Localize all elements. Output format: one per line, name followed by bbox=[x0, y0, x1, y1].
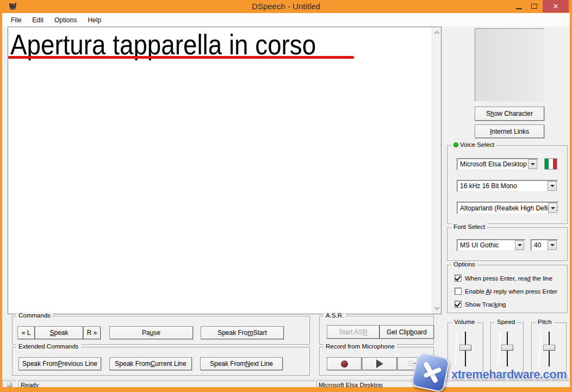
scrollbar-down-icon bbox=[434, 305, 439, 310]
font-dropdown[interactable]: MS UI Gothic bbox=[457, 239, 525, 251]
option-read-line-on-enter[interactable]: When press Enter, read the line bbox=[455, 275, 552, 282]
dropdown-arrow-icon[interactable] bbox=[548, 240, 557, 250]
options-label: Options bbox=[453, 261, 475, 267]
window-border-right bbox=[570, 13, 572, 392]
title-bar[interactable]: DSpeech - Untitled ✕ bbox=[0, 0, 572, 13]
record-button[interactable] bbox=[327, 357, 362, 370]
speak-previous-line-button[interactable]: Speak From Previous Line bbox=[18, 357, 101, 370]
menu-edit[interactable]: Edit bbox=[27, 14, 49, 26]
volume-slider-thumb[interactable] bbox=[459, 345, 471, 351]
dropdown-arrow-icon[interactable] bbox=[528, 159, 537, 169]
speak-current-line-button[interactable]: Speak From Current Line bbox=[109, 357, 192, 370]
voice-select-indicator-icon bbox=[453, 142, 458, 147]
italian-flag-icon bbox=[544, 158, 557, 170]
commands-label: Commands bbox=[18, 312, 51, 319]
minimize-icon bbox=[516, 8, 522, 9]
option-ai-reply-on-enter[interactable]: Enable AI reply when press Enter bbox=[455, 288, 557, 295]
menu-bar: File Edit Options Help bbox=[2, 13, 570, 27]
record-microphone-label: Record from Microphone bbox=[326, 343, 395, 350]
window-border-left bbox=[0, 13, 2, 392]
checkbox[interactable] bbox=[455, 275, 462, 282]
speak-from-start-button[interactable]: Speak From Start bbox=[201, 326, 284, 339]
speed-label: Speed bbox=[497, 319, 515, 325]
editor-scrollbar[interactable] bbox=[432, 27, 441, 314]
voice-select-label: Voice Select bbox=[451, 141, 496, 148]
menu-help[interactable]: Help bbox=[82, 14, 107, 26]
speed-slider-thumb[interactable] bbox=[501, 345, 513, 351]
internet-links-button[interactable]: Internet Links bbox=[475, 125, 544, 138]
scrollbar-up-icon bbox=[434, 30, 439, 36]
speak-next-line-button[interactable]: Speak From Next Line bbox=[200, 357, 283, 370]
show-character-button[interactable]: Show Character bbox=[475, 107, 544, 121]
text-editor[interactable]: Apertura tapparella in corso bbox=[8, 27, 442, 314]
maximize-button[interactable] bbox=[526, 0, 542, 13]
speak-button[interactable]: Speak bbox=[35, 326, 83, 339]
slider-tick-line bbox=[538, 333, 542, 364]
volume-label: Volume bbox=[454, 319, 475, 325]
step-left-button[interactable]: « L bbox=[17, 326, 35, 339]
maximize-icon bbox=[531, 4, 537, 9]
minimize-button[interactable] bbox=[511, 0, 526, 13]
slider-tick-line bbox=[498, 333, 501, 364]
play-icon bbox=[376, 359, 383, 368]
menu-options[interactable]: Options bbox=[49, 14, 82, 26]
output-device-dropdown[interactable]: Altoparlanti (Realtek High Definitior bbox=[457, 202, 558, 214]
play-recording-button[interactable] bbox=[362, 357, 397, 370]
record-icon bbox=[341, 360, 348, 368]
pitch-label: Pitch bbox=[538, 319, 552, 325]
watermark-text: xtremehardware.com bbox=[451, 368, 567, 382]
dropdown-arrow-icon[interactable] bbox=[548, 203, 557, 213]
extended-commands-label: Extended Commands bbox=[18, 343, 79, 350]
audio-format-dropdown[interactable]: 16 kHz 16 Bit Mono bbox=[457, 180, 558, 192]
step-right-button[interactable]: R » bbox=[83, 326, 101, 339]
pause-button[interactable]: Pause bbox=[109, 326, 193, 339]
pitch-slider-thumb[interactable] bbox=[543, 345, 555, 351]
slider-tick-line bbox=[455, 333, 458, 364]
option-show-tracking[interactable]: Show Tracking bbox=[455, 301, 506, 308]
font-select-label: Font Select bbox=[453, 223, 485, 230]
menu-file[interactable]: File bbox=[5, 14, 27, 26]
window-title: DSpeech - Untitled bbox=[0, 2, 572, 11]
window-border-bottom bbox=[0, 387, 572, 392]
tracking-underline bbox=[8, 56, 354, 59]
close-button[interactable]: ✕ bbox=[543, 0, 569, 13]
checkbox[interactable] bbox=[455, 301, 462, 308]
voice-dropdown[interactable]: Microsoft Elsa Desktop bbox=[457, 158, 538, 170]
start-asr-button: Start ASR bbox=[327, 325, 380, 339]
asr-label: A.S.R. bbox=[326, 312, 344, 319]
character-display-box bbox=[475, 28, 544, 102]
get-clipboard-button[interactable]: Get Clipboard bbox=[380, 325, 434, 339]
dropdown-arrow-icon[interactable] bbox=[548, 181, 557, 191]
checkbox[interactable] bbox=[455, 288, 462, 295]
dropdown-arrow-icon[interactable] bbox=[515, 240, 524, 250]
scrollbar-down-button[interactable] bbox=[432, 304, 441, 314]
font-size-dropdown[interactable]: 40 bbox=[531, 239, 558, 251]
watermark-logo bbox=[411, 352, 450, 392]
scrollbar-up-button[interactable] bbox=[432, 27, 441, 36]
